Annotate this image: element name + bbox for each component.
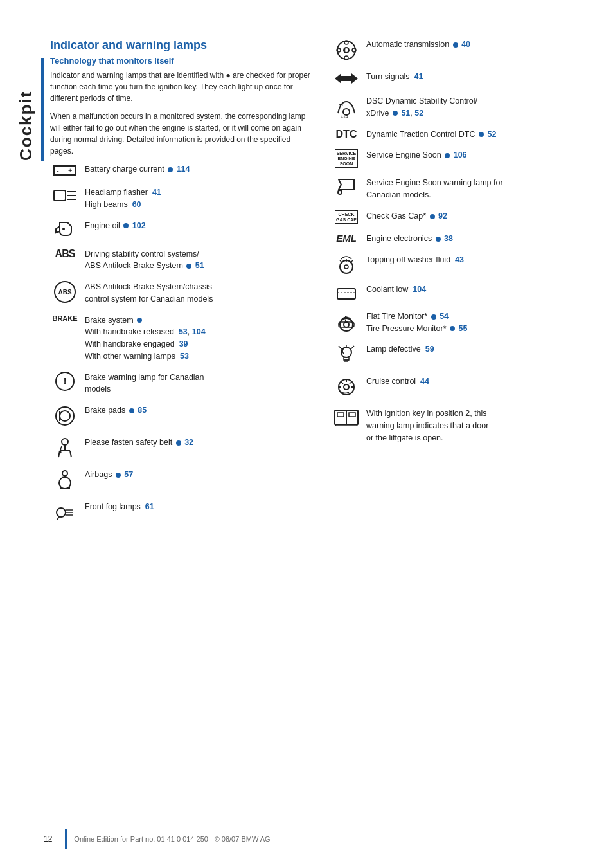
svg-line-53: [339, 346, 342, 350]
brake-pad-icon: [50, 404, 80, 428]
brake-text: Brake system With handbrake released 53,…: [85, 314, 312, 363]
svg-text:4x4: 4x4: [341, 114, 348, 118]
sidebar-label: Cockpit: [12, 58, 44, 161]
svg-line-15: [70, 451, 71, 457]
svg-rect-43: [337, 289, 355, 299]
page-title: Indicator and warning lamps: [50, 39, 312, 52]
list-item: Front fog lamps 61: [50, 501, 312, 524]
list-item: ! Flat Tire Monitor* 54 Tire Pressure Mo…: [332, 311, 594, 335]
eml-icon: EML: [332, 233, 361, 244]
svg-rect-62: [337, 413, 344, 417]
intro-text-1: Indicator and warning lamps that are ide…: [50, 69, 312, 104]
svg-rect-64: [349, 413, 355, 417]
airbag-text: Airbags 57: [85, 469, 312, 481]
right-column: ! Automatic transmission 40 Turn signals…: [332, 39, 594, 842]
list-item: Cruise control 44: [332, 375, 594, 399]
brake-icon: BRAKE: [50, 314, 80, 322]
list-item: BRAKE Brake system With handbrake releas…: [50, 314, 312, 363]
list-item: Topping off washer fluid 43: [332, 254, 594, 275]
dsc-text: DSC Dynamic Stability Control/xDrive 51,…: [366, 95, 594, 120]
list-item: CHECKGAS CAP Check Gas Cap* 92: [332, 210, 594, 224]
auto-trans-icon: !: [332, 39, 361, 62]
svg-text:!: !: [344, 315, 346, 322]
turn-signal-text: Turn signals 41: [366, 71, 594, 83]
svg-text:+: +: [68, 167, 72, 174]
foglight-icon: [50, 501, 80, 524]
brake-warn-icon: !: [50, 372, 80, 391]
brake-warn-text: Brake warning lamp for Canadianmodels: [85, 372, 312, 396]
sidebar: Cockpit: [0, 39, 44, 842]
dsc-icon: 4x4: [332, 95, 361, 118]
svg-point-8: [56, 407, 74, 425]
svg-point-57: [344, 384, 349, 390]
eml-text: Engine electronics 38: [366, 233, 594, 245]
svg-point-16: [62, 471, 67, 476]
list-item: EML Engine electronics 38: [332, 233, 594, 245]
brake-pad-text: Brake pads 85: [85, 404, 312, 417]
svg-line-55: [350, 346, 354, 350]
service-engine-icon: SERVICEENGINESOON: [332, 149, 361, 168]
svg-text:!: !: [344, 47, 346, 54]
abs-text: Driving stability control systems/ABS An…: [85, 248, 312, 273]
subsection-title: Technology that monitors itself: [50, 56, 312, 66]
main-content: Indicator and warning lamps Technology t…: [44, 39, 613, 842]
left-column: Indicator and warning lamps Technology t…: [50, 39, 312, 842]
footer: 12 Online Edition for Part no. 01 41 0 0…: [0, 829, 613, 849]
abs-canada-icon: ABS: [50, 281, 80, 303]
svg-point-46: [344, 322, 349, 327]
abs-canada-text: ABS Antilock Brake System/chassiscontrol…: [85, 281, 312, 305]
foglight-text: Front fog lamps 61: [85, 501, 312, 513]
abs-icon: ABS: [50, 248, 80, 260]
intro-text-2: When a malfunction occurs in a monitored…: [50, 111, 312, 157]
turn-signal-icon: [332, 71, 361, 86]
door-text: With ignition key in position 2, thiswar…: [366, 408, 594, 444]
svg-point-9: [60, 411, 70, 421]
list-item: ABS Driving stability control systems/AB…: [50, 248, 312, 273]
svg-point-17: [59, 477, 71, 489]
door-icon: [332, 408, 361, 427]
svg-point-42: [344, 265, 348, 269]
check-gas-icon: CHECKGAS CAP: [332, 210, 361, 224]
list-item: Please fasten safety belt 32: [50, 437, 312, 460]
flat-tire-text: Flat Tire Monitor* 54 Tire Pressure Moni…: [366, 311, 594, 335]
battery-text: Battery charge current 114: [85, 163, 312, 176]
svg-line-25: [57, 516, 60, 520]
seatbelt-icon: [50, 437, 80, 460]
svg-marker-34: [346, 73, 358, 84]
oil-text: Engine oil 102: [85, 220, 312, 232]
battery-icon: - +: [50, 163, 80, 177]
cruise-text: Cruise control 44: [366, 375, 594, 388]
svg-point-11: [62, 439, 68, 445]
svg-point-7: [62, 228, 65, 230]
svg-point-37: [338, 190, 342, 194]
washer-icon: [332, 254, 361, 275]
list-item: Lamp defective 59: [332, 343, 594, 366]
footer-copyright: Online Edition for Part no. 01 41 0 014 …: [74, 835, 270, 843]
headlamp-icon: [50, 186, 80, 204]
list-item: - + Battery charge current 114: [50, 163, 312, 177]
list-item: SERVICEENGINESOON Service Engine Soon 10…: [332, 149, 594, 168]
seatbelt-text: Please fasten safety belt 32: [85, 437, 312, 449]
svg-marker-33: [335, 73, 346, 84]
dtc-icon: DTC: [332, 129, 361, 140]
svg-line-14: [58, 451, 60, 457]
svg-text:-: -: [57, 167, 59, 174]
list-item: Brake pads 85: [50, 404, 312, 428]
svg-rect-48: [339, 322, 354, 327]
list-item: Headlamp flasher 41 High beams 60: [50, 186, 312, 211]
list-item: Airbags 57: [50, 469, 312, 492]
list-item: ! Brake warning lamp for Canadianmodels: [50, 372, 312, 396]
lamp-defective-icon: [332, 343, 361, 366]
list-item: ABS ABS Antilock Brake System/chassiscon…: [50, 281, 312, 305]
footer-divider: [65, 829, 67, 849]
auto-trans-text: Automatic transmission 40: [366, 39, 594, 51]
headlamp-text: Headlamp flasher 41 High beams 60: [85, 186, 312, 211]
service-engine-canada-text: Service Engine Soon warning lamp forCana…: [366, 177, 594, 201]
cruise-icon: [332, 375, 361, 399]
svg-point-21: [57, 508, 66, 517]
coolant-text: Coolant low 104: [366, 284, 594, 296]
coolant-icon: [332, 284, 361, 302]
airbag-icon: [50, 469, 80, 492]
svg-point-26: [337, 41, 355, 59]
lamp-defective-text: Lamp defective 59: [366, 343, 594, 356]
